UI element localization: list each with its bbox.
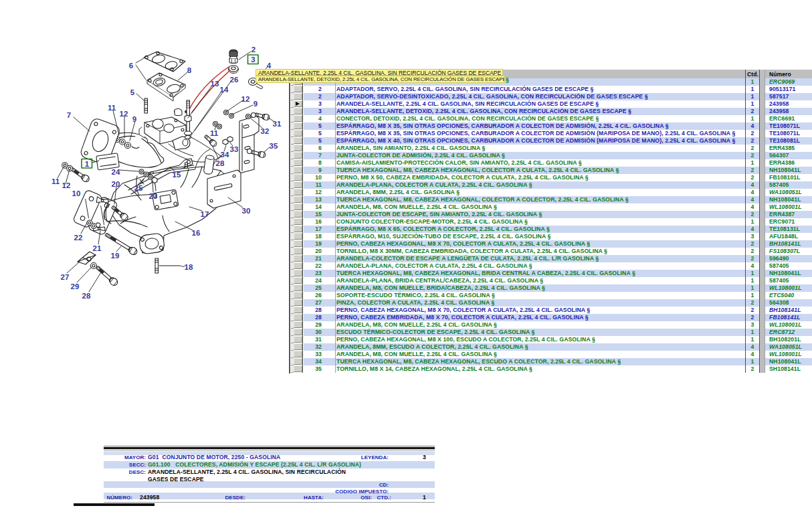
svg-text:11: 11 <box>210 129 219 137</box>
svg-text:9: 9 <box>132 115 136 123</box>
svg-text:12: 12 <box>241 95 250 103</box>
svg-text:15: 15 <box>173 171 181 179</box>
svg-text:27: 27 <box>61 273 70 281</box>
svg-text:28: 28 <box>82 292 91 300</box>
svg-text:32: 32 <box>261 127 270 135</box>
svg-text:26: 26 <box>230 76 239 84</box>
svg-text:1: 1 <box>85 160 90 168</box>
svg-text:28: 28 <box>216 159 225 167</box>
svg-text:33: 33 <box>230 145 239 153</box>
svg-text:6: 6 <box>129 62 133 70</box>
svg-text:9: 9 <box>253 100 258 108</box>
svg-text:25: 25 <box>134 184 143 192</box>
svg-text:10: 10 <box>72 189 81 197</box>
svg-text:7: 7 <box>67 111 71 119</box>
svg-text:20: 20 <box>112 180 120 188</box>
svg-text:14: 14 <box>220 86 229 94</box>
svg-text:16: 16 <box>192 229 201 237</box>
svg-text:13: 13 <box>211 80 219 88</box>
svg-text:5: 5 <box>130 88 135 96</box>
svg-text:12: 12 <box>62 181 71 189</box>
svg-text:21: 21 <box>93 244 102 252</box>
svg-text:2: 2 <box>251 46 256 54</box>
svg-text:11: 11 <box>52 177 60 185</box>
svg-text:12: 12 <box>120 110 128 118</box>
svg-text:18: 18 <box>185 263 193 271</box>
svg-text:19: 19 <box>111 252 120 260</box>
svg-text:29: 29 <box>71 282 80 290</box>
svg-text:8: 8 <box>187 66 192 74</box>
svg-text:31: 31 <box>273 120 282 128</box>
svg-text:3: 3 <box>251 56 255 64</box>
svg-text:35: 35 <box>270 142 278 150</box>
svg-text:34: 34 <box>221 151 229 159</box>
svg-text:11: 11 <box>108 104 116 112</box>
svg-text:24: 24 <box>112 168 120 176</box>
svg-text:17: 17 <box>201 210 209 218</box>
svg-text:22: 22 <box>74 234 83 242</box>
svg-text:23: 23 <box>149 192 158 200</box>
svg-text:30: 30 <box>242 207 251 215</box>
